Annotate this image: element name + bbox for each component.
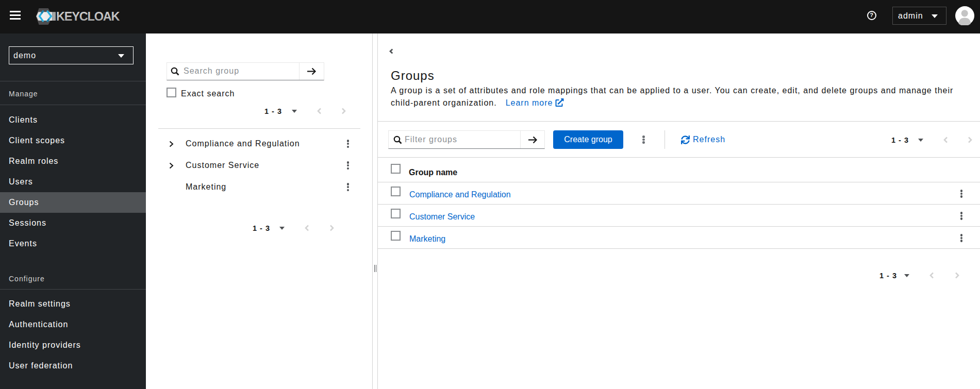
- svg-text:KEYCLOAK: KEYCLOAK: [56, 10, 120, 23]
